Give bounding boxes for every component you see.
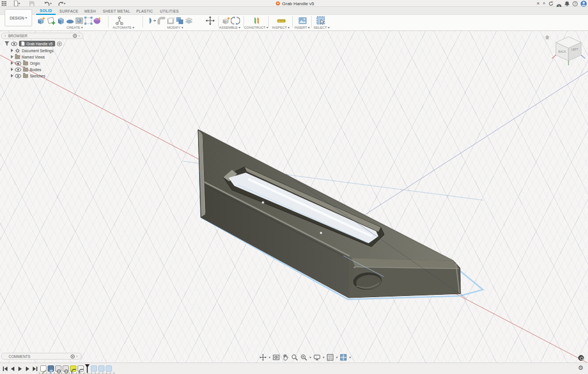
tab-surface[interactable]: SURFACE — [57, 7, 81, 15]
fillet-icon[interactable] — [157, 16, 166, 25]
select-group-label[interactable]: SELECT ▾ — [301, 26, 342, 29]
new-tab-icon[interactable]: + — [543, 1, 546, 6]
timeline-feature-ghost[interactable] — [106, 365, 112, 372]
viewports-caret[interactable]: ▾ — [349, 356, 351, 359]
browser-row-root[interactable]: Grab Handle v5 — [5, 41, 62, 46]
tab-mesh[interactable]: MESH — [81, 7, 99, 15]
automate-group-label[interactable]: AUTOMATE ▾ — [103, 26, 144, 29]
browser-expand-icon[interactable]: › — [79, 34, 80, 38]
visibility-eye-icon[interactable] — [15, 68, 21, 72]
close-tab-icon[interactable]: × — [536, 1, 539, 6]
comments-expand-icon[interactable]: › — [76, 354, 78, 359]
browser-header[interactable]: ‹ BROWSER › — [1, 33, 83, 39]
collapse-browser-icon[interactable]: ‹ — [5, 34, 6, 38]
tab-plastic[interactable]: PLASTIC — [133, 7, 157, 15]
split-body-icon[interactable] — [184, 16, 194, 25]
timeline-go-end-icon[interactable] — [32, 366, 38, 372]
browser-row-document-settings[interactable]: Document Settings — [11, 48, 53, 53]
press-pull-icon[interactable] — [148, 16, 157, 25]
filter-icon[interactable] — [5, 41, 9, 46]
grid-caret[interactable]: ▾ — [336, 356, 338, 359]
shell-icon[interactable] — [166, 16, 175, 25]
sync-icon[interactable] — [548, 1, 554, 6]
browser-row-named-views[interactable]: Named Views — [11, 54, 45, 60]
redo-caret[interactable]: ▾ — [64, 2, 65, 5]
root-node-selected[interactable]: Grab Handle v5 — [19, 41, 55, 46]
create-form-icon[interactable] — [92, 16, 102, 25]
insert-image-icon[interactable] — [298, 16, 307, 25]
fit-icon[interactable] — [300, 354, 307, 361]
expand-triangle-icon[interactable] — [11, 49, 13, 52]
select-icon[interactable] — [316, 16, 326, 25]
timeline-feature-extrude[interactable] — [48, 365, 54, 372]
grid-snaps-icon[interactable] — [327, 354, 334, 361]
redo-icon[interactable] — [57, 1, 64, 6]
timeline-feature-sketch[interactable] — [40, 365, 47, 372]
settings-gear-icon[interactable]: ⚙ — [578, 365, 583, 371]
browser-row-bodies[interactable]: Bodies — [11, 67, 41, 72]
browser-row-sketches[interactable]: Sketches — [11, 73, 45, 79]
hole-icon[interactable] — [75, 16, 84, 25]
y-axis-line[interactable] — [347, 71, 588, 226]
timeline-feature-fillet[interactable] — [78, 365, 84, 372]
tab-solid[interactable]: SOLID — [36, 7, 56, 15]
model-grab-handle[interactable] — [198, 130, 466, 298]
browser-row-origin[interactable]: Origin — [11, 60, 40, 66]
display-settings-icon[interactable] — [314, 354, 320, 361]
construct-plane-icon[interactable] — [252, 16, 261, 25]
expand-triangle-icon[interactable] — [11, 74, 13, 77]
move-icon[interactable] — [206, 16, 215, 25]
file-menu-caret[interactable]: ▾ — [18, 2, 20, 5]
new-component-icon[interactable] — [222, 16, 231, 25]
notifications-bell-icon[interactable] — [564, 1, 570, 6]
timeline-feature-fillet-selected[interactable] — [70, 365, 76, 372]
automate-icon[interactable] — [115, 16, 124, 25]
tab-utilities[interactable]: UTILITIES — [157, 7, 182, 15]
timeline-feature-ghost[interactable] — [98, 365, 105, 372]
viewport-canvas[interactable]: ‹ BROWSER › Grab Handle v5 — [0, 31, 588, 363]
combine-icon[interactable] — [175, 16, 184, 25]
timeline-feature-hole-2[interactable] — [63, 365, 69, 372]
measure-icon[interactable] — [277, 16, 286, 25]
canvas-corner-icon[interactable] — [578, 355, 584, 361]
timeline-play-icon[interactable] — [17, 366, 23, 372]
create-sketch-icon[interactable] — [47, 16, 56, 25]
browser-options-icon[interactable] — [73, 34, 77, 38]
activate-component-radio[interactable] — [57, 41, 62, 46]
expand-triangle-icon[interactable] — [11, 61, 13, 65]
sketch-point[interactable] — [320, 232, 322, 234]
app-grid-icon[interactable] — [1, 1, 7, 6]
timeline-step-back-icon[interactable] — [10, 366, 16, 372]
expand-triangle-icon[interactable] — [11, 68, 13, 71]
undo-icon[interactable] — [44, 1, 50, 6]
document-tab[interactable]: Grab Handle v5 — [276, 0, 314, 7]
zoom-icon[interactable] — [291, 354, 298, 361]
job-status-icon[interactable] — [556, 1, 562, 6]
pan-hand-icon[interactable] — [282, 354, 289, 361]
joint-icon[interactable] — [231, 16, 240, 25]
timeline-feature-ghost[interactable] — [91, 365, 97, 372]
modify-group-label[interactable]: MODIFY ▾ — [155, 26, 195, 29]
create-group-label[interactable]: CREATE ▾ — [55, 26, 95, 29]
extrude-icon[interactable] — [56, 16, 65, 25]
comments-options-icon[interactable] — [71, 354, 75, 359]
help-icon[interactable]: ? — [572, 1, 578, 6]
look-at-icon[interactable] — [273, 354, 280, 361]
viewcube[interactable]: BACK LEFT — [543, 32, 587, 69]
fit-caret[interactable]: ▾ — [310, 356, 311, 359]
pattern-icon[interactable] — [84, 16, 93, 25]
display-caret[interactable]: ▾ — [323, 356, 324, 359]
new-solid-icon[interactable] — [37, 16, 46, 25]
sketch-point[interactable] — [262, 201, 264, 204]
timeline-go-start-icon[interactable] — [2, 366, 8, 372]
revolve-icon[interactable] — [65, 16, 75, 25]
visibility-eye-icon[interactable] — [15, 61, 21, 65]
orbit-icon[interactable] — [260, 354, 266, 361]
undo-caret[interactable]: ▾ — [50, 2, 52, 5]
save-icon[interactable] — [29, 1, 35, 6]
visibility-eye-icon[interactable] — [11, 42, 17, 46]
timeline-feature-hole-1[interactable] — [55, 365, 61, 372]
viewcube-cube[interactable]: BACK LEFT — [551, 33, 586, 69]
comments-panel-header[interactable]: COMMENTS › — [1, 353, 82, 360]
visibility-eye-icon[interactable] — [15, 74, 21, 78]
